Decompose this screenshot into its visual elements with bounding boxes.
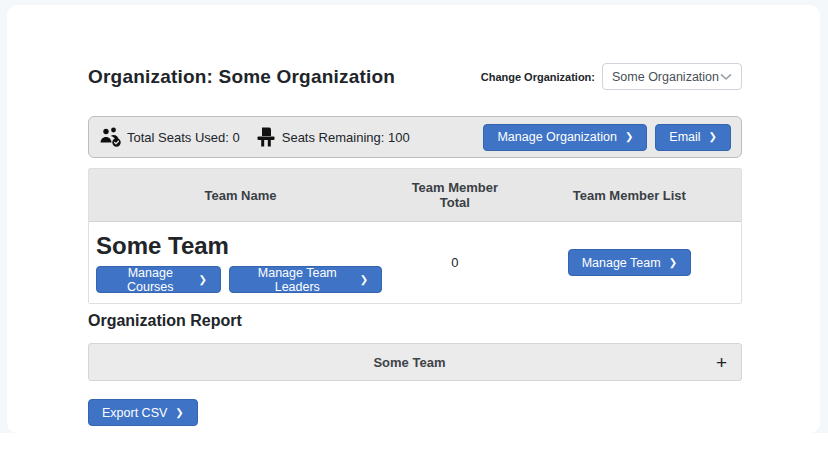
report-accordion-header[interactable]: Some Team + (88, 343, 742, 381)
team-name: Some Team (96, 232, 229, 260)
team-member-total-cell: 0 (392, 222, 518, 303)
team-name-cell: Some Team Manage Courses ❯ Manage Team L… (89, 222, 392, 303)
report-accordion-title: Some Team (103, 355, 716, 370)
organization-select[interactable]: Some Organization (602, 63, 742, 90)
email-button[interactable]: Email ❯ (655, 124, 731, 151)
seats-info-bar: Total Seats Used: 0 Seats Remaining: 100… (88, 116, 742, 158)
seats-remaining-text: Seats Remaining: 100 (282, 130, 410, 145)
manage-team-button[interactable]: Manage Team ❯ (568, 249, 691, 276)
team-member-list-cell: Manage Team ❯ (518, 222, 741, 303)
email-button-label: Email (669, 130, 700, 144)
column-header-team-member-list: Team Member List (518, 169, 741, 221)
export-csv-button-label: Export CSV (102, 406, 167, 420)
team-member-total-value: 0 (451, 255, 458, 270)
total-seats-used-text: Total Seats Used: 0 (127, 130, 240, 145)
manage-team-button-label: Manage Team (582, 256, 661, 270)
chevron-down-icon (720, 73, 732, 81)
chevron-right-icon: ❯ (625, 132, 633, 142)
header-row: Organization: Some Organization Change O… (88, 63, 742, 90)
column-header-team-name: Team Name (89, 169, 392, 221)
chevron-right-icon: ❯ (199, 275, 207, 285)
chevron-right-icon: ❯ (175, 408, 183, 418)
seats-remaining-group: Seats Remaining: 100 (254, 125, 410, 149)
teams-table-header: Team Name Team Member Total Team Member … (89, 169, 741, 222)
chevron-right-icon: ❯ (360, 275, 368, 285)
manage-organization-button-label: Manage Organization (497, 130, 617, 144)
change-organization-group: Change Organization: Some Organization (481, 63, 742, 90)
chevron-right-icon: ❯ (669, 258, 677, 268)
manage-organization-button[interactable]: Manage Organization ❯ (483, 124, 647, 151)
export-csv-button[interactable]: Export CSV ❯ (88, 399, 198, 426)
chevron-right-icon: ❯ (709, 132, 717, 142)
seats-used-group: Total Seats Used: 0 (99, 125, 240, 149)
change-organization-label: Change Organization: (481, 71, 595, 83)
main-card: Organization: Some Organization Change O… (7, 5, 820, 433)
column-header-team-member-total: Team Member Total (392, 169, 518, 221)
manage-courses-button-label: Manage Courses (110, 266, 191, 294)
teams-table: Team Name Team Member Total Team Member … (88, 168, 742, 304)
manage-team-leaders-button-label: Manage Team Leaders (243, 266, 352, 294)
page-title: Organization: Some Organization (88, 66, 395, 88)
people-check-icon (99, 125, 123, 149)
table-row: Some Team Manage Courses ❯ Manage Team L… (89, 222, 741, 303)
plus-icon: + (716, 353, 727, 372)
chair-icon (254, 125, 278, 149)
organization-select-value: Some Organization (612, 70, 719, 84)
organization-report-heading: Organization Report (88, 312, 742, 330)
manage-courses-button[interactable]: Manage Courses ❯ (96, 266, 221, 293)
manage-team-leaders-button[interactable]: Manage Team Leaders ❯ (229, 266, 382, 293)
